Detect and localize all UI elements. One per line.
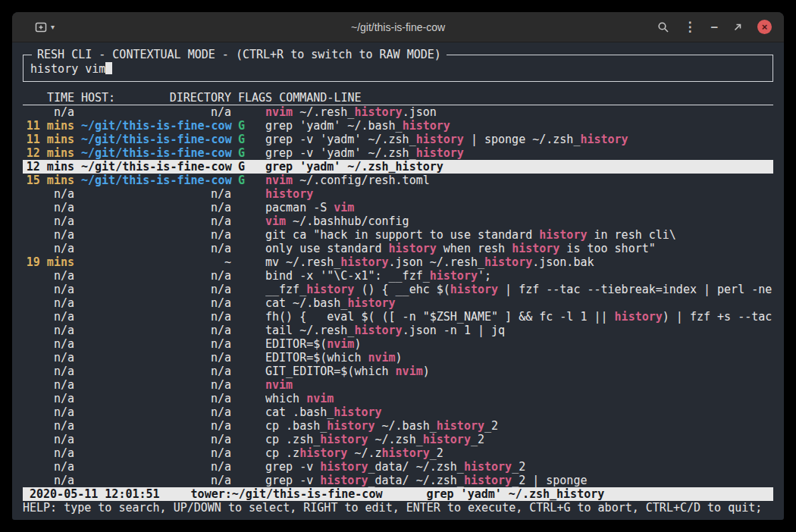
- minimize-button[interactable]: –: [711, 20, 718, 33]
- flags-cell: [238, 392, 259, 405]
- time-cell: n/a: [23, 105, 74, 119]
- search-query-text: history vim: [30, 62, 105, 76]
- flags-cell: [238, 460, 259, 474]
- flags-cell: [238, 324, 259, 337]
- flags-cell: G: [238, 119, 259, 133]
- history-row[interactable]: n/an/anvim: [23, 378, 773, 392]
- command-cell: __fzf_history () { __ehc $(history | fzf…: [265, 283, 773, 296]
- history-row[interactable]: 12 mins~/git/this-is-fine-cowGgrep -v 'y…: [23, 146, 773, 160]
- time-cell: n/a: [23, 283, 74, 296]
- history-row[interactable]: n/an/acat ~/.bash_history: [23, 296, 773, 310]
- command-cell: grep -v history_data/ ~/.zsh_history_2: [265, 460, 773, 474]
- command-cell: which nvim: [265, 392, 773, 405]
- command-cell: grep 'yadm' ~/.zsh_history: [265, 160, 773, 174]
- resh-search-box: RESH CLI - CONTEXTUAL MODE - (CTRL+R to …: [23, 55, 773, 82]
- history-row[interactable]: n/an/avim ~/.bashhub/config: [23, 214, 773, 228]
- history-row[interactable]: n/an/abind -x '"\C-x1": __fzf_history';: [23, 269, 773, 283]
- history-row[interactable]: 15 mins~/git/this-is-fine-cowGnvim ~/.co…: [23, 174, 773, 187]
- host-directory-cell: n/a: [81, 201, 231, 214]
- history-row[interactable]: n/an/anvim ~/.resh_history.json: [23, 105, 773, 119]
- flags-cell: G: [238, 146, 259, 160]
- host-directory-cell: n/a: [81, 405, 231, 419]
- host-directory-cell: ~: [81, 255, 231, 269]
- time-cell: n/a: [23, 365, 74, 378]
- history-row[interactable]: 19 mins~mv ~/.resh_history.json ~/.resh_…: [23, 255, 773, 269]
- new-tab-button[interactable]: [35, 21, 47, 33]
- host-directory-cell: n/a: [81, 378, 231, 392]
- command-cell: cp .bash_history ~/.bash_history_2: [265, 419, 773, 433]
- time-cell: n/a: [23, 378, 74, 392]
- time-cell: n/a: [23, 351, 74, 365]
- history-row[interactable]: n/an/aEDITOR=$(which nvim): [23, 351, 773, 365]
- minimize-icon: –: [711, 20, 718, 33]
- history-row[interactable]: 11 mins~/git/this-is-fine-cowGgrep -v 'y…: [23, 133, 773, 146]
- host-directory-cell: n/a: [81, 365, 231, 378]
- time-cell: n/a: [23, 324, 74, 337]
- text-cursor: [105, 62, 112, 74]
- history-row[interactable]: n/an/afh() { eval $( ([ -n "$ZSH_NAME" ]…: [23, 310, 773, 324]
- history-row[interactable]: n/an/apacman -S vim: [23, 201, 773, 214]
- help-line: HELP: type to search, UP/DOWN to select,…: [23, 501, 773, 515]
- command-cell: only use standard history when resh hist…: [265, 242, 773, 255]
- history-row[interactable]: n/an/acp .zhistory ~/.zhistory_2: [23, 446, 773, 460]
- flags-cell: [238, 405, 259, 419]
- restore-icon: [732, 22, 743, 33]
- host-directory-cell: n/a: [81, 419, 231, 433]
- history-row[interactable]: n/an/a__fzf_history () { __ehc $(history…: [23, 283, 773, 296]
- history-row[interactable]: n/an/agrep -v history_data/ ~/.zsh_histo…: [23, 474, 773, 487]
- new-tab-dropdown-caret-icon[interactable]: ▾: [51, 23, 55, 31]
- time-cell: n/a: [23, 460, 74, 474]
- time-cell: n/a: [23, 201, 74, 214]
- command-cell: cp .zhistory ~/.zhistory_2: [265, 446, 773, 460]
- command-cell: EDITOR=$(which nvim): [265, 351, 773, 365]
- host-directory-cell: n/a: [81, 392, 231, 405]
- command-cell: vim ~/.bashhub/config: [265, 214, 773, 228]
- host-directory-cell: n/a: [81, 105, 231, 119]
- flags-cell: G: [238, 160, 259, 174]
- time-cell: n/a: [23, 392, 74, 405]
- history-row[interactable]: n/an/ahistory: [23, 187, 773, 201]
- time-cell: 11 mins: [23, 133, 74, 146]
- history-row[interactable]: n/an/agit ca "hack in support to use sta…: [23, 228, 773, 242]
- history-row[interactable]: 12 mins~/git/this-is-fine-cowGgrep 'yadm…: [23, 160, 773, 174]
- host-directory-cell: n/a: [81, 310, 231, 324]
- menu-button[interactable]: ⋮: [684, 20, 697, 33]
- time-cell: n/a: [23, 187, 74, 201]
- flags-cell: [238, 378, 259, 392]
- host-directory-cell: n/a: [81, 269, 231, 283]
- desktop: ▾ ~/git/this-is-fine-cow ⋮ –: [0, 0, 796, 532]
- host-directory-cell: ~/git/this-is-fine-cow: [81, 160, 231, 174]
- header-directory: DIRECTORY: [170, 91, 231, 105]
- history-row[interactable]: n/an/aEDITOR=$(nvim): [23, 337, 773, 351]
- history-row[interactable]: n/an/awhich nvim: [23, 392, 773, 405]
- restore-button[interactable]: [732, 22, 743, 33]
- command-cell: GIT_EDITOR=$(which nvim): [265, 365, 773, 378]
- time-cell: 15 mins: [23, 174, 74, 187]
- time-cell: n/a: [23, 419, 74, 433]
- close-button[interactable]: ×: [757, 20, 772, 34]
- host-directory-cell: n/a: [81, 296, 231, 310]
- command-cell: nvim: [265, 378, 773, 392]
- history-row[interactable]: n/an/aGIT_EDITOR=$(which nvim): [23, 365, 773, 378]
- command-cell: grep -v 'yadm' ~/.zsh_history: [265, 146, 773, 160]
- history-row[interactable]: n/an/atail ~/.resh_history.json -n 1 | j…: [23, 324, 773, 337]
- kebab-menu-icon: ⋮: [684, 20, 697, 33]
- history-row[interactable]: n/an/acp .zsh_history ~/.zsh_history_2: [23, 433, 773, 446]
- history-row[interactable]: n/an/acp .bash_history ~/.bash_history_2: [23, 419, 773, 433]
- history-row[interactable]: n/an/aonly use standard history when res…: [23, 242, 773, 255]
- history-row[interactable]: n/an/acat .bash_history: [23, 405, 773, 419]
- table-header: TIME HOST:DIRECTORY FLAGS COMMAND-LINE: [23, 91, 773, 105]
- resh-mode-title: RESH CLI - CONTEXTUAL MODE - (CTRL+R to …: [32, 48, 447, 61]
- search-icon: [657, 21, 669, 33]
- search-button[interactable]: [657, 21, 669, 33]
- flags-cell: [238, 201, 259, 214]
- history-row[interactable]: 11 mins~/git/this-is-fine-cowGgrep 'yadm…: [23, 119, 773, 133]
- flags-cell: [238, 446, 259, 460]
- history-row[interactable]: n/an/agrep -v history_data/ ~/.zsh_histo…: [23, 460, 773, 474]
- host-directory-cell: n/a: [81, 337, 231, 351]
- search-input[interactable]: history vim: [30, 62, 766, 76]
- command-cell: grep -v history_data/ ~/.zsh_history_2 |…: [265, 474, 773, 487]
- flags-cell: [238, 310, 259, 324]
- command-cell: pacman -S vim: [265, 201, 773, 214]
- flags-cell: [238, 214, 259, 228]
